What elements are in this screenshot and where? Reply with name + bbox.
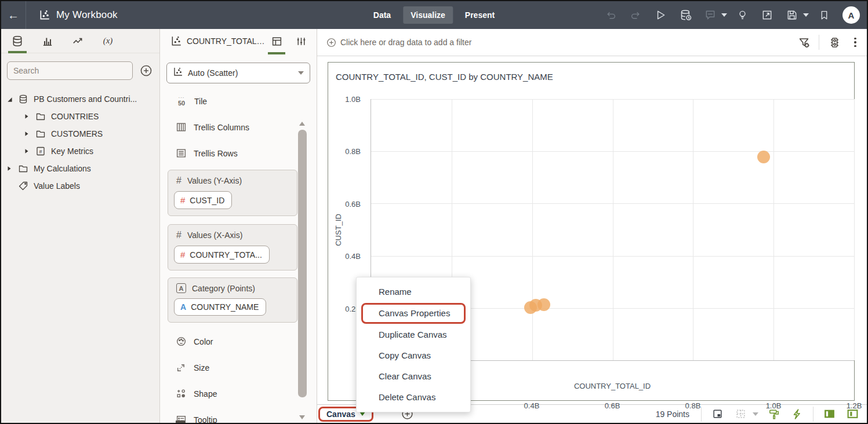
top-header: ← My Workbook Data Visualize Present: [1, 1, 867, 29]
comments-menu[interactable]: [700, 5, 727, 25]
insights-lightbulb-icon[interactable]: [732, 5, 752, 25]
field-pill-label: COUNTRY_TOTA...: [190, 250, 262, 259]
workbook-scatter-icon: [39, 9, 50, 21]
caret-collapsed-icon[interactable]: [6, 166, 13, 171]
menu-item-duplicate-canvas[interactable]: Duplicate Canvas: [357, 324, 470, 345]
tree-item-label: PB Customers and Countri...: [34, 94, 137, 104]
comment-icon[interactable]: [700, 5, 720, 25]
tree-item-value-labels[interactable]: Value Labels: [1, 177, 159, 195]
v-gridline: [773, 99, 774, 360]
scatter-viz-icon: [170, 35, 182, 47]
tab-analytics[interactable]: [70, 30, 86, 52]
visualization-settings-icon[interactable]: [825, 33, 844, 52]
menu-item-delete-canvas[interactable]: Delete Canvas: [357, 387, 470, 408]
save-icon[interactable]: [782, 5, 802, 25]
x-tick-label: 0.8B: [685, 401, 701, 410]
grammar-tab-icon[interactable]: [269, 30, 284, 52]
caret-collapsed-icon[interactable]: [23, 148, 30, 154]
tree-item-dataset[interactable]: PB Customers and Countri...: [1, 90, 159, 108]
comment-dropdown-caret[interactable]: [721, 13, 727, 17]
caret-expanded-icon[interactable]: [6, 96, 13, 103]
field-pill-cust-id[interactable]: # CUST_ID: [174, 191, 232, 209]
data-panel: (x) PB Customers and Countri... COUNTRIE…: [1, 29, 160, 423]
open-in-window-icon[interactable]: [757, 5, 777, 25]
add-dataset-icon[interactable]: [139, 63, 154, 78]
folder-icon: [35, 111, 46, 122]
dropzone-category-points[interactable]: A Category (Points) A COUNTRY_NAME: [168, 277, 297, 323]
more-options-kebab-icon[interactable]: [849, 38, 861, 47]
tab-data-elements[interactable]: [9, 30, 26, 52]
drop-target-tooltip[interactable]: Tooltip: [168, 407, 297, 423]
caret-collapsed-icon[interactable]: [23, 114, 30, 119]
tab-data[interactable]: Data: [366, 6, 398, 24]
x-tick-label: 0.6B: [605, 401, 620, 410]
menu-item-copy-canvas[interactable]: Copy Canvas: [357, 345, 470, 366]
grammar-scrollbar[interactable]: [298, 120, 307, 422]
drop-target-label: Trellis Columns: [194, 123, 249, 132]
save-dropdown-caret[interactable]: [803, 13, 809, 17]
circle-plus-icon: [326, 38, 336, 47]
tab-calculations-fx[interactable]: (x): [100, 30, 116, 52]
tree-item-customers[interactable]: CUSTOMERS: [1, 125, 159, 142]
drop-target-label: Tooltip: [194, 415, 217, 423]
menu-item-clear-canvas[interactable]: Clear Canvas: [357, 366, 470, 387]
drop-target-color[interactable]: Color: [168, 328, 297, 354]
scroll-up-icon[interactable]: [299, 122, 305, 126]
y-tick-label: 0.6B: [345, 199, 361, 208]
search-input[interactable]: [7, 61, 133, 80]
workbook-title: My Workbook: [56, 9, 118, 21]
tree-item-my-calculations[interactable]: My Calculations: [1, 160, 159, 177]
drop-target-label: Shape: [194, 389, 217, 399]
undo-icon[interactable]: [601, 5, 620, 25]
back-button[interactable]: ←: [1, 1, 26, 29]
filter-settings-icon[interactable]: [794, 33, 813, 52]
tab-visualize[interactable]: Visualize: [403, 6, 453, 24]
fx-glyph: (x): [103, 36, 113, 46]
caret-collapsed-icon[interactable]: [23, 131, 30, 137]
canvas-tab-label: Canvas: [326, 410, 355, 419]
dropzone-values-x-axis[interactable]: # Values (X-Axis) # COUNTRY_TOTA...: [168, 224, 297, 271]
properties-sliders-icon[interactable]: [293, 30, 308, 52]
tree-item-label: My Calculations: [34, 164, 91, 173]
drop-target-trellis-columns[interactable]: Trellis Columns: [168, 114, 297, 140]
drop-target-label: Tile: [194, 97, 207, 106]
y-tick-label: 1.0B: [345, 95, 361, 104]
chart-title: COUNTRY_TOTAL_ID, CUST_ID by COUNTRY_NAM…: [336, 72, 553, 82]
scroll-down-icon[interactable]: [299, 415, 305, 419]
grid-layout-caret: [753, 412, 758, 416]
user-avatar[interactable]: A: [842, 6, 860, 24]
drop-target-trellis-rows[interactable]: Trellis Rows: [168, 140, 297, 166]
bookmark-icon[interactable]: [814, 5, 834, 25]
field-pill-country-name[interactable]: A COUNTRY_NAME: [174, 298, 266, 316]
dropzone-values-y-axis[interactable]: # Values (Y-Axis) # CUST_ID: [168, 170, 297, 216]
x-tick-label: 1.0B: [766, 401, 782, 410]
add-filter-target[interactable]: Click here or drag data to add a filter: [326, 38, 471, 47]
measure-hash-icon: #: [180, 250, 185, 259]
shape-icon: [176, 388, 187, 399]
save-menu[interactable]: [782, 5, 809, 25]
refresh-data-icon[interactable]: [675, 5, 695, 25]
drop-target-size[interactable]: Size: [168, 354, 297, 381]
tab-visualizations[interactable]: [39, 30, 56, 52]
menu-item-rename[interactable]: Rename: [357, 282, 470, 302]
tree-item-key-metrics[interactable]: # Key Metrics: [1, 142, 159, 160]
tree-item-countries[interactable]: COUNTRIES: [1, 108, 159, 125]
menu-item-canvas-properties[interactable]: Canvas Properties: [361, 303, 466, 324]
canvas-dropdown-caret[interactable]: [359, 412, 365, 416]
field-pill-country-total[interactable]: # COUNTRY_TOTA...: [174, 246, 270, 264]
y-tick-label: 0.8B: [345, 147, 361, 156]
clipped-next-row: [176, 421, 185, 423]
v-gridline: [693, 99, 693, 360]
scatter-point[interactable]: [537, 298, 550, 311]
redo-icon[interactable]: [626, 5, 645, 25]
tab-present[interactable]: Present: [457, 6, 502, 24]
drop-target-label: Size: [194, 363, 209, 372]
canvas-context-menu: Rename Canvas Properties Duplicate Canva…: [356, 277, 471, 412]
present-play-icon[interactable]: [651, 5, 670, 25]
viz-type-dropdown[interactable]: Auto (Scatter): [166, 63, 310, 83]
drop-target-shape[interactable]: Shape: [168, 381, 297, 407]
drop-target-tile[interactable]: ···50 Tile: [168, 88, 297, 114]
metrics-icon: #: [35, 146, 46, 156]
scatter-point[interactable]: [757, 151, 770, 163]
scrollbar-thumb[interactable]: [298, 130, 307, 397]
